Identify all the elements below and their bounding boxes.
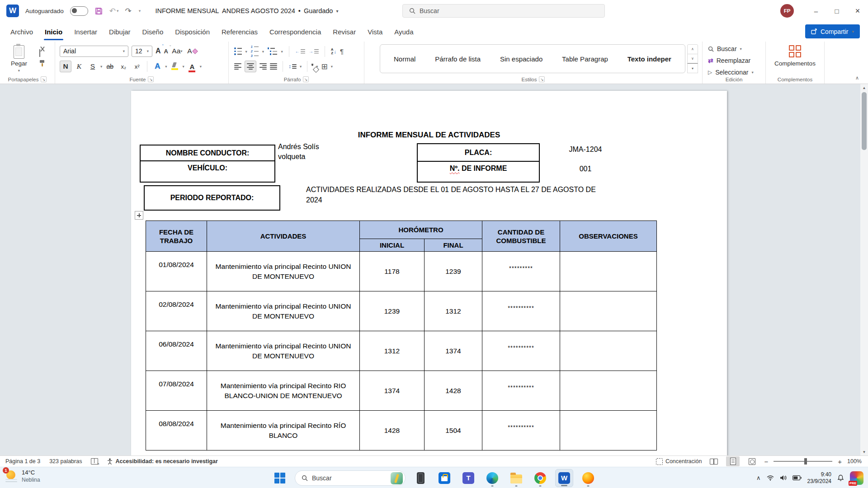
plate-label-box[interactable]: PLACA: <box>417 143 540 162</box>
cell-activity[interactable]: Mantenimiento vía principal Recinto RÍO … <box>207 411 360 450</box>
show-marks-button[interactable]: ¶ <box>340 47 344 55</box>
web-layout-button[interactable] <box>745 456 759 466</box>
taskbar-search-box[interactable]: Buscar <box>295 470 406 486</box>
font-size-select[interactable]: 12▾ <box>132 46 152 57</box>
styles-dialog-launcher[interactable]: ↘ <box>539 76 545 82</box>
save-button[interactable] <box>94 7 103 15</box>
qat-customize-button[interactable]: ▾ <box>138 9 141 13</box>
highlight-button[interactable] <box>169 61 181 72</box>
period-value[interactable]: ACTIVIDADES REALIZADAS DESDE EL 01 DE AG… <box>306 184 604 205</box>
chrome-button[interactable] <box>531 469 549 487</box>
tab-inicio[interactable]: Inicio <box>39 22 68 42</box>
align-right-button[interactable] <box>259 63 267 70</box>
font-family-select[interactable]: Arial▾ <box>60 46 128 57</box>
col-header-horometro[interactable]: HORÓMETRO <box>360 221 482 239</box>
cell-final[interactable]: 1239 <box>425 252 482 291</box>
word-count[interactable]: 323 palabras <box>49 458 82 465</box>
table-move-handle[interactable] <box>135 211 143 220</box>
col-header-fecha[interactable]: FECHA DE TRABAJO <box>146 221 207 252</box>
styles-scroll-down[interactable]: ∨ <box>687 54 698 64</box>
word-logo-icon[interactable]: W <box>6 5 19 17</box>
tab-insertar[interactable]: Insertar <box>68 22 103 42</box>
col-header-final[interactable]: FINAL <box>425 239 482 252</box>
cell-fuel[interactable]: ********** <box>482 291 560 331</box>
cell-activity[interactable]: Mantenimiento vía principal Recinto UNIO… <box>207 252 360 291</box>
justify-button[interactable] <box>270 63 277 70</box>
cell-observations[interactable] <box>560 291 657 331</box>
period-label-box[interactable]: PERIODO REPORTADO: <box>144 185 280 211</box>
print-layout-button[interactable] <box>726 456 740 466</box>
cell-activity[interactable]: Mantenimiento vía principal Recinto UNIO… <box>207 291 360 331</box>
undo-button[interactable]: ↶▾ <box>109 6 119 16</box>
zoom-slider[interactable] <box>774 461 832 462</box>
saved-status[interactable]: Guardado <box>304 7 333 14</box>
superscript-button[interactable]: x² <box>131 61 143 72</box>
volume-icon[interactable] <box>780 475 787 481</box>
cell-date[interactable]: 06/08/2024 <box>146 331 207 371</box>
style-parrafo-de-lista[interactable]: Párrafo de lista <box>435 55 481 63</box>
cell-final[interactable]: 1428 <box>425 371 482 411</box>
multilevel-list-button[interactable] <box>268 47 278 55</box>
cell-fuel[interactable]: ********** <box>482 331 560 371</box>
maximize-button[interactable]: □ <box>826 0 847 22</box>
report-no-value[interactable]: 001 <box>547 165 624 173</box>
autosave-toggle[interactable] <box>70 6 88 16</box>
bold-button[interactable]: N <box>60 61 71 72</box>
cell-final[interactable]: 1312 <box>425 291 482 331</box>
zoom-in-button[interactable]: + <box>838 458 842 465</box>
select-button[interactable]: ▷ Seleccionar▾ <box>708 69 754 76</box>
wifi-icon[interactable] <box>767 475 774 481</box>
cell-observations[interactable] <box>560 331 657 371</box>
cell-observations[interactable] <box>560 411 657 450</box>
italic-button[interactable]: K <box>73 61 85 72</box>
styles-gallery-expand[interactable]: ▾ <box>687 63 698 73</box>
driver-value[interactable]: Andrés Solísvolqueta <box>278 142 319 162</box>
tab-correspondencia[interactable]: Correspondencia <box>264 22 327 42</box>
tab-ayuda[interactable]: Ayuda <box>388 22 419 42</box>
plate-value[interactable]: JMA-1204 <box>547 145 624 154</box>
focus-mode-button[interactable]: Concentración <box>656 458 702 465</box>
tab-archivo[interactable]: Archivo <box>5 22 39 42</box>
cell-observations[interactable] <box>560 252 657 291</box>
font-dialog-launcher[interactable]: ↘ <box>148 76 154 82</box>
style-sin-espaciado[interactable]: Sin espaciado <box>500 55 542 63</box>
vertical-scrollbar[interactable]: ▲ ▼ <box>860 84 868 455</box>
cell-fuel[interactable]: ********* <box>482 252 560 291</box>
close-button[interactable]: × <box>847 0 868 22</box>
sort-button[interactable]: AZ↓ <box>331 48 336 55</box>
search-highlight-image[interactable] <box>391 472 403 484</box>
change-case-button[interactable]: Aa▾ <box>171 45 183 57</box>
word-taskbar-button[interactable]: W <box>555 469 573 487</box>
tray-expand-button[interactable]: ∧ <box>756 474 761 481</box>
notifications-button[interactable] <box>837 474 844 481</box>
cell-activity[interactable]: Mantenimiento vía principal Recinto RIO … <box>207 371 360 411</box>
cell-initial[interactable]: 1312 <box>360 331 425 371</box>
read-mode-button[interactable] <box>707 456 721 466</box>
scroll-up-icon[interactable]: ▲ <box>860 84 868 91</box>
underline-button[interactable]: S <box>87 61 99 72</box>
scroll-down-icon[interactable]: ▼ <box>860 448 868 455</box>
file-explorer-button[interactable] <box>507 469 525 487</box>
decrease-indent-button[interactable]: ← <box>295 49 305 54</box>
account-avatar[interactable]: FP <box>780 4 794 18</box>
tab-revisar[interactable]: Revisar <box>327 22 362 42</box>
align-center-button[interactable] <box>245 61 256 72</box>
start-button[interactable] <box>271 469 289 487</box>
redo-button[interactable]: ↷ <box>125 6 132 16</box>
cell-fuel[interactable]: ********** <box>482 411 560 450</box>
copy-button[interactable] <box>38 50 40 56</box>
tab-diseno[interactable]: Diseño <box>137 22 170 42</box>
zoom-slider-thumb[interactable] <box>804 458 807 465</box>
vehicle-label-box[interactable]: VEHÍCULO: <box>140 160 275 183</box>
cell-initial[interactable]: 1428 <box>360 411 425 450</box>
paragraph-dialog-launcher[interactable]: ↘ <box>303 76 309 82</box>
edge-button[interactable] <box>483 469 501 487</box>
page-indicator[interactable]: Página 1 de 3 <box>5 458 40 465</box>
numbered-list-button[interactable] <box>251 45 259 57</box>
cell-fuel[interactable]: ********** <box>482 371 560 411</box>
tab-vista[interactable]: Vista <box>362 22 388 42</box>
minimize-button[interactable]: – <box>806 0 826 22</box>
titlebar-search-box[interactable]: Buscar <box>402 4 605 18</box>
style-texto-independiente[interactable]: Texto indeper <box>627 55 671 63</box>
line-spacing-button[interactable]: ↕ <box>288 63 297 70</box>
